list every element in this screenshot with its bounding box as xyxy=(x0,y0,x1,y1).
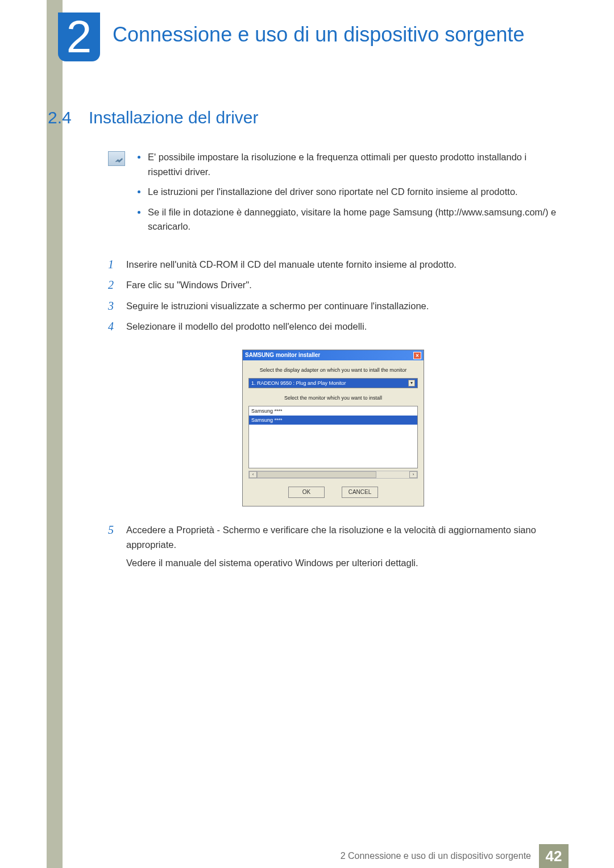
list-item[interactable]: Samsung **** xyxy=(249,416,417,425)
cancel-button[interactable]: CANCEL xyxy=(342,487,378,498)
installer-dialog: SAMSUNG monitor installer × Select the d… xyxy=(242,350,424,506)
step-text: Fare clic su "Windows Driver". xyxy=(126,277,558,292)
note-icon xyxy=(108,151,125,166)
dialog-titlebar: SAMSUNG monitor installer × xyxy=(243,350,424,360)
list-item[interactable]: Samsung **** xyxy=(249,406,417,416)
step-number: 5 xyxy=(108,522,118,571)
step-row: 1 Inserire nell'unità CD-ROM il CD del m… xyxy=(108,257,558,272)
horizontal-scrollbar[interactable]: ‹ › xyxy=(248,471,418,479)
note-list: E' possibile impostare la risoluzione e … xyxy=(135,150,558,240)
section-heading: 2.4 Installazione del driver xyxy=(47,108,558,127)
step-number: 1 xyxy=(108,257,118,272)
step-row: 5 Accedere a Proprietà - Schermo e verif… xyxy=(108,522,558,571)
step-row: 2 Fare clic su "Windows Driver". xyxy=(108,277,558,292)
adapter-label: Select the display adapter on which you … xyxy=(248,366,418,374)
page-footer: 2 Connessione e uso di un dispositivo so… xyxy=(47,844,569,868)
dialog-title-text: SAMSUNG monitor installer xyxy=(245,350,320,360)
ok-button[interactable]: OK xyxy=(288,487,325,498)
chapter-title: Connessione e uso di un dispositivo sorg… xyxy=(113,23,524,47)
step-row: 4 Selezionare il modello del prodotto ne… xyxy=(108,319,558,334)
note-item: E' possibile impostare la risoluzione e … xyxy=(135,150,558,179)
step-text: Accedere a Proprietà - Schermo e verific… xyxy=(126,522,558,571)
step-text: Selezionare il modello del prodotto nell… xyxy=(126,319,558,334)
footer-text: 2 Connessione e uso di un dispositivo so… xyxy=(341,844,539,868)
step-followup: Vedere il manuale del sistema operativo … xyxy=(126,555,558,570)
steps-list: 1 Inserire nell'unità CD-ROM il CD del m… xyxy=(108,257,558,571)
dialog-body: Select the display adapter on which you … xyxy=(243,360,424,505)
adapter-value: 1. RADEON 9550 : Plug and Play Monitor xyxy=(251,379,346,387)
close-icon[interactable]: × xyxy=(413,352,421,359)
page-number: 42 xyxy=(539,844,569,868)
adapter-select[interactable]: 1. RADEON 9550 : Plug and Play Monitor ▾ xyxy=(248,378,418,388)
note-item: Le istruzioni per l'installazione del dr… xyxy=(135,185,558,200)
note-block: E' possibile impostare la risoluzione e … xyxy=(108,150,558,240)
step-text: Seguire le istruzioni visualizzate a sch… xyxy=(126,298,558,313)
dialog-buttons: OK CANCEL xyxy=(248,487,418,498)
note-item: Se il file in dotazione è danneggiato, v… xyxy=(135,205,558,234)
step-number: 4 xyxy=(108,319,118,334)
chapter-badge: 2 xyxy=(58,13,100,61)
step-row: 3 Seguire le istruzioni visualizzate a s… xyxy=(108,298,558,313)
content-area: 2.4 Installazione del driver E' possibil… xyxy=(47,108,558,576)
step-number: 3 xyxy=(108,298,118,313)
scroll-right-icon[interactable]: › xyxy=(409,471,417,478)
step-text: Inserire nell'unità CD-ROM il CD del man… xyxy=(126,257,558,272)
step-number: 2 xyxy=(108,277,118,292)
section-title: Installazione del driver xyxy=(89,108,259,127)
section-number: 2.4 xyxy=(47,108,89,127)
scroll-thumb[interactable] xyxy=(257,471,376,478)
monitor-list[interactable]: Samsung **** Samsung **** xyxy=(248,406,418,468)
dialog-screenshot: SAMSUNG monitor installer × Select the d… xyxy=(108,350,558,506)
monitor-label: Select the monitor which you want to ins… xyxy=(248,394,418,402)
chevron-down-icon[interactable]: ▾ xyxy=(408,380,415,387)
scroll-left-icon[interactable]: ‹ xyxy=(249,471,257,478)
